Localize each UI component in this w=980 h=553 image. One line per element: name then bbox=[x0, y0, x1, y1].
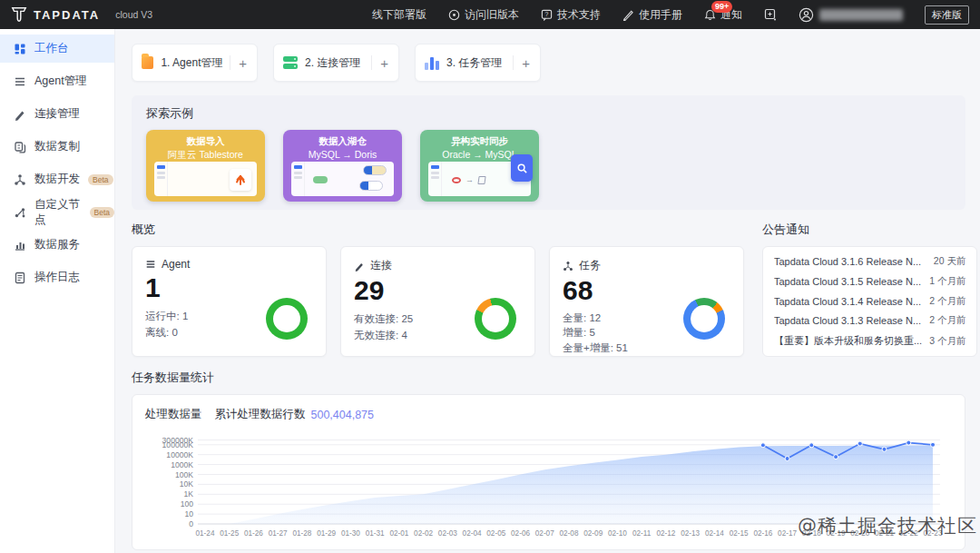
announcement-item[interactable]: Tapdata Cloud 3.1.4 Release N... 2 个月前 bbox=[774, 295, 965, 308]
sample-card-mysql-doris[interactable]: 数据入湖仓 MySQL → Doris bbox=[283, 130, 402, 202]
add-agent-button[interactable]: + bbox=[238, 56, 248, 70]
svg-text:02-08: 02-08 bbox=[560, 529, 579, 538]
task-type-donut bbox=[683, 298, 725, 340]
sample-mockup: → bbox=[428, 162, 531, 196]
bar-chart-icon bbox=[14, 239, 26, 252]
brand-wordmark: TAPDATA bbox=[34, 8, 100, 22]
announcement-item[interactable]: Tapdata Cloud 3.1.5 Release N... 1 个月前 bbox=[774, 275, 965, 288]
workorder-button[interactable] bbox=[764, 8, 777, 21]
nodes-icon bbox=[563, 261, 573, 272]
add-connection-button[interactable]: + bbox=[379, 56, 389, 70]
nav-notifications[interactable]: 通知 99+ bbox=[704, 7, 742, 23]
search-icon bbox=[511, 154, 533, 182]
svg-text:02-03: 02-03 bbox=[438, 529, 457, 538]
legend-total-value: 500,404,875 bbox=[311, 409, 375, 421]
agent-list-icon bbox=[14, 75, 26, 88]
announcements-title: 公告通知 bbox=[762, 222, 977, 238]
sidebar-item-operation-logs[interactable]: 操作日志 bbox=[0, 263, 114, 291]
svg-text:01-28: 01-28 bbox=[292, 529, 311, 538]
announcement-title: Tapdata Cloud 3.1.5 Release N... bbox=[774, 276, 922, 287]
sample-mockup bbox=[291, 162, 394, 196]
server-icon bbox=[283, 56, 298, 70]
folder-icon bbox=[142, 56, 153, 69]
step-card-agent[interactable]: 1. Agent管理 + bbox=[132, 44, 258, 82]
sample-title: 数据导入 bbox=[146, 130, 265, 148]
svg-text:10000K: 10000K bbox=[166, 450, 193, 459]
custom-node-icon bbox=[14, 206, 26, 219]
brand-logo[interactable]: TAPDATA cloud V3 bbox=[11, 6, 152, 23]
upload-arrow-icon bbox=[230, 169, 251, 191]
sidebar-item-label: 连接管理 bbox=[34, 106, 80, 122]
svg-text:01-27: 01-27 bbox=[269, 529, 288, 538]
svg-text:10: 10 bbox=[184, 509, 193, 518]
sidebar: 工作台 Agent管理 连接管理 数据复制 数据开发 Beta 自定义节点 Be… bbox=[0, 29, 115, 553]
brand-suffix: cloud V3 bbox=[115, 9, 152, 20]
sample-card-tablestore[interactable]: 数据导入 阿里云 Tablestore bbox=[146, 130, 265, 202]
svg-text:02-13: 02-13 bbox=[681, 529, 700, 538]
sample-card-oracle-mysql[interactable]: 异构实时同步 Oracle → MySQL → bbox=[420, 130, 539, 202]
step-label: 2. 连接管理 bbox=[305, 55, 360, 71]
svg-text:02-12: 02-12 bbox=[656, 529, 675, 538]
svg-text:01-29: 01-29 bbox=[317, 529, 336, 538]
sidebar-item-data-replication[interactable]: 数据复制 bbox=[0, 133, 114, 161]
sidebar-item-label: 数据复制 bbox=[34, 139, 80, 154]
step-card-task[interactable]: 3. 任务管理 + bbox=[415, 44, 541, 82]
sample-title: 异构实时同步 bbox=[420, 130, 539, 148]
svg-text:0: 0 bbox=[189, 519, 193, 528]
svg-text:02-11: 02-11 bbox=[632, 529, 652, 538]
nav-offline-deploy[interactable]: 线下部署版 bbox=[372, 7, 426, 23]
legend-series-label: 处理数据量 bbox=[145, 407, 202, 422]
log-document-icon bbox=[14, 272, 26, 284]
stat-card-tasks: 任务 68 全量: 12 增量: 5 全量+增量: 51 bbox=[549, 246, 744, 357]
stat-card-agent: Agent 1 运行中: 1 离线: 0 bbox=[132, 246, 327, 357]
plan-badge-button[interactable]: 标准版 bbox=[925, 5, 969, 25]
stat-line: 全量+增量: 51 bbox=[563, 341, 730, 356]
overview-title: 概览 bbox=[132, 222, 744, 238]
sidebar-item-workbench[interactable]: 工作台 bbox=[0, 35, 114, 63]
sidebar-item-label: 数据开发 bbox=[34, 172, 80, 187]
svg-text:02-10: 02-10 bbox=[608, 529, 627, 538]
announcement-time: 1 个月前 bbox=[929, 275, 965, 288]
sidebar-item-data-dev[interactable]: 数据开发 Beta bbox=[0, 165, 114, 193]
capsule-icon bbox=[363, 165, 387, 175]
svg-text:02-01: 02-01 bbox=[389, 529, 408, 538]
svg-text:1000K: 1000K bbox=[171, 460, 193, 469]
stat-label: Agent bbox=[162, 258, 190, 271]
announcement-item[interactable]: 【重要】版本升级和服务切换重... 3 个月前 bbox=[774, 334, 965, 348]
beta-badge: Beta bbox=[88, 174, 113, 185]
sidebar-item-custom-node[interactable]: 自定义节点 Beta bbox=[0, 198, 114, 226]
nav-old-version[interactable]: 访问旧版本 bbox=[448, 7, 519, 23]
svg-text:02-05: 02-05 bbox=[486, 529, 505, 538]
pen-connection-icon bbox=[14, 108, 26, 121]
step-card-connection[interactable]: 2. 连接管理 + bbox=[273, 44, 399, 82]
user-account[interactable] bbox=[799, 7, 903, 23]
svg-text:01-30: 01-30 bbox=[341, 529, 360, 538]
agent-status-donut bbox=[266, 298, 308, 340]
announcement-title: 【重要】版本升级和服务切换重... bbox=[774, 334, 922, 348]
svg-text:02-16: 02-16 bbox=[753, 529, 772, 538]
nav-user-manual-label: 使用手册 bbox=[639, 7, 682, 23]
announcement-item[interactable]: Tapdata Cloud 3.1.6 Release N... 20 天前 bbox=[774, 255, 965, 268]
workbench-icon bbox=[14, 43, 26, 55]
announcements-card: Tapdata Cloud 3.1.6 Release N... 20 天前 T… bbox=[762, 246, 977, 357]
arrow-circle-icon bbox=[448, 9, 460, 21]
announcement-item[interactable]: Tapdata Cloud 3.1.3 Release N... 2 个月前 bbox=[774, 314, 965, 327]
nav-tech-support[interactable]: ? 技术支持 bbox=[541, 7, 601, 23]
sidebar-item-agent[interactable]: Agent管理 bbox=[0, 67, 114, 95]
add-task-button[interactable]: + bbox=[521, 56, 531, 70]
announcement-time: 2 个月前 bbox=[929, 314, 965, 327]
legend-total-label: 累计处理数据行数 bbox=[215, 407, 306, 422]
samples-panel: 探索示例 数据导入 阿里云 Tablestore 数据入湖仓 MySQL → D… bbox=[132, 95, 965, 210]
agent-list-icon bbox=[145, 259, 156, 270]
step-label: 1. Agent管理 bbox=[161, 55, 222, 71]
svg-text:01-26: 01-26 bbox=[244, 529, 263, 538]
quick-steps-row: 1. Agent管理 + 2. 连接管理 + 3. 任务管理 + bbox=[132, 44, 965, 82]
svg-text:02-07: 02-07 bbox=[535, 529, 554, 538]
svg-text:01-25: 01-25 bbox=[220, 529, 239, 538]
nav-user-manual[interactable]: 使用手册 bbox=[622, 7, 682, 23]
svg-text:?: ? bbox=[545, 11, 549, 17]
sidebar-item-data-service[interactable]: 数据服务 bbox=[0, 231, 114, 259]
svg-text:01-31: 01-31 bbox=[366, 529, 385, 538]
svg-text:100K: 100K bbox=[175, 470, 193, 479]
sidebar-item-connections[interactable]: 连接管理 bbox=[0, 100, 114, 128]
